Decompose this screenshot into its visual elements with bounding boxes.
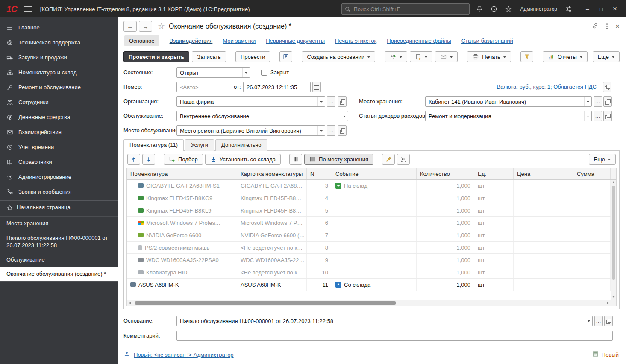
service-place-open-button[interactable] [338, 125, 347, 136]
vertical-scrollbar[interactable] [611, 180, 616, 300]
sidebar-item-money[interactable]: Денежные средства [0, 110, 118, 125]
column-header[interactable]: N [307, 168, 332, 179]
closed-checkbox[interactable] [261, 70, 267, 76]
table-row[interactable]: Kingmax FLFD45F-B8KG9 Kingmax FLFD45F-B8… [127, 192, 616, 204]
dropdown-arrow-icon[interactable] [242, 68, 250, 77]
organization-open-button[interactable] [338, 96, 347, 107]
table-row[interactable]: Клавиатура HID <Не ведется учет по к… 10… [127, 266, 616, 279]
sidebar-item-repair[interactable]: Ремонт и обслуживание [0, 80, 118, 95]
move-up-button[interactable] [127, 154, 140, 165]
column-header[interactable]: Количество [417, 168, 474, 179]
favorites-star-icon[interactable] [504, 4, 513, 14]
discussions-dropdown-button[interactable] [385, 51, 407, 62]
send-mail-dropdown-button[interactable] [435, 51, 458, 62]
dropdown-arrow-icon[interactable] [341, 111, 348, 121]
table-row[interactable]: Microsoft Windows 7 Profes… Microsoft Wi… [127, 217, 616, 229]
journal-button[interactable] [279, 51, 292, 62]
close-form-icon[interactable]: × [615, 22, 620, 31]
search-input[interactable] [353, 6, 466, 12]
current-user[interactable]: Администратор [520, 6, 557, 12]
column-header[interactable]: Событие [332, 168, 417, 179]
organization-choose-button[interactable] [327, 96, 335, 107]
sidebar-item-timesheet[interactable]: Учет времени [0, 140, 118, 154]
basis-open-button[interactable] [604, 316, 613, 326]
open-window-storage-places[interactable]: Места хранения [0, 217, 118, 231]
sidebar-item-interactions[interactable]: Взаимодействия [0, 125, 118, 140]
column-header[interactable]: Ед. [474, 168, 514, 179]
service-field[interactable]: Внутреннее обслуживание [176, 111, 348, 121]
notifications-bell-icon[interactable] [475, 4, 484, 14]
income-item-field[interactable]: Ремонт и модернизация [425, 111, 592, 121]
state-select[interactable]: Открыт [176, 67, 250, 78]
table-row[interactable]: WDC WD1600AAJS-22PSA0 WDC WD1600AAJS-22…… [127, 254, 616, 266]
sidebar-item-warehouse[interactable]: Номенклатура и склад [0, 65, 118, 80]
column-header[interactable]: Карточка номенклатуры [237, 168, 307, 179]
document-state-link[interactable]: Новый: <не записан !> Администратор [134, 352, 234, 358]
create-based-on-button[interactable]: Создать на основании [302, 51, 375, 62]
tab-main[interactable]: Основное [124, 35, 159, 46]
column-header[interactable]: Цена [514, 168, 573, 179]
organization-field[interactable]: Наша фирма [176, 96, 325, 107]
column-header[interactable]: Номенклатура [127, 168, 237, 179]
service-menu-icon[interactable] [564, 4, 573, 14]
maximize-button[interactable] [595, 3, 608, 15]
global-search[interactable] [341, 3, 470, 15]
scroll-right-icon[interactable] [607, 302, 609, 304]
favorite-star-icon[interactable] [158, 21, 165, 31]
storage-choose-button[interactable] [594, 96, 602, 107]
open-window-service[interactable]: Обслуживание [0, 253, 118, 268]
set-from-stock-button[interactable]: Установить со склада [205, 154, 281, 165]
sidebar-item-catalogs[interactable]: Справочники [0, 154, 118, 169]
scroll-left-icon[interactable] [129, 302, 131, 304]
sidebar-item-administration[interactable]: Администрирование [0, 169, 118, 184]
tab-interactions[interactable]: Взаимодействия [170, 38, 213, 44]
horizontal-scrollbar[interactable] [127, 300, 616, 306]
tab-services[interactable]: Услуги [185, 139, 214, 151]
barcode-button[interactable] [289, 154, 302, 165]
table-row[interactable]: PS/2-совместимая мышь <Не ведется учет п… [127, 242, 616, 254]
income-choose-button[interactable] [594, 111, 602, 121]
tab-label-printing[interactable]: Печать этикеток [335, 38, 376, 44]
table-row[interactable]: ASUS A68HM-K ASUS A68HM-K 11 Со склада 1… [127, 279, 616, 291]
open-window-service-end-active[interactable]: Окончание обслуживания (создание) * [0, 267, 118, 282]
dropdown-arrow-icon[interactable] [584, 111, 591, 121]
vertical-scroll-thumb[interactable] [612, 186, 615, 280]
tab-primary-documents[interactable]: Первичные документы [266, 38, 325, 44]
closed-checkbox-label[interactable]: Закрыт [270, 67, 289, 78]
save-button[interactable]: Записать [192, 51, 226, 62]
scroll-up-icon[interactable] [612, 181, 615, 183]
print-button[interactable]: Печать [467, 51, 511, 62]
get-link-icon[interactable] [591, 22, 599, 31]
post-and-close-button[interactable]: Провести и закрыть [123, 51, 189, 62]
storage-open-button[interactable] [603, 96, 612, 107]
currency-info-link[interactable]: Валюта: руб., курс: 1; Облагается НДС [497, 82, 597, 92]
dropdown-arrow-icon[interactable] [584, 97, 591, 106]
column-header[interactable]: Сумма [573, 168, 611, 179]
main-menu-icon[interactable] [24, 6, 32, 12]
open-window-home[interactable]: Начальная страница [0, 201, 118, 217]
close-window-button[interactable] [608, 3, 621, 15]
comment-input[interactable] [176, 331, 613, 341]
minimize-button[interactable] [581, 3, 594, 15]
income-open-button[interactable] [603, 111, 612, 121]
more-menu-icon[interactable] [606, 23, 608, 29]
by-storage-place-toggle[interactable]: По месту хранения [304, 154, 373, 165]
horizontal-scroll-thumb[interactable] [135, 301, 396, 305]
scanner-button[interactable] [397, 154, 410, 165]
filter-wand-button[interactable] [520, 51, 533, 62]
more-button[interactable]: Еще [593, 51, 620, 62]
dropdown-arrow-icon[interactable] [585, 316, 592, 326]
table-row[interactable]: Kingmax FLFD45F-B8KL9 Kingmax FLFD45F-B8… [127, 204, 616, 217]
files-dropdown-button[interactable] [410, 51, 432, 62]
forward-button[interactable] [139, 21, 152, 32]
number-field[interactable]: <Авто> [176, 82, 229, 92]
tab-my-notes[interactable]: Мои заметки [223, 38, 256, 44]
tab-attached-files[interactable]: Присоединенные файлы [387, 38, 451, 44]
history-icon[interactable] [489, 4, 499, 14]
back-button[interactable] [123, 21, 137, 32]
date-field[interactable]: 26.07.2023 12:11:35 [243, 82, 311, 92]
grid-more-button[interactable]: Еще [589, 154, 616, 165]
move-down-button[interactable] [142, 154, 155, 165]
scroll-down-icon[interactable] [612, 296, 615, 298]
open-window-service-start[interactable]: Начало обслуживания НФ00-000001 от 26.07… [0, 231, 118, 253]
